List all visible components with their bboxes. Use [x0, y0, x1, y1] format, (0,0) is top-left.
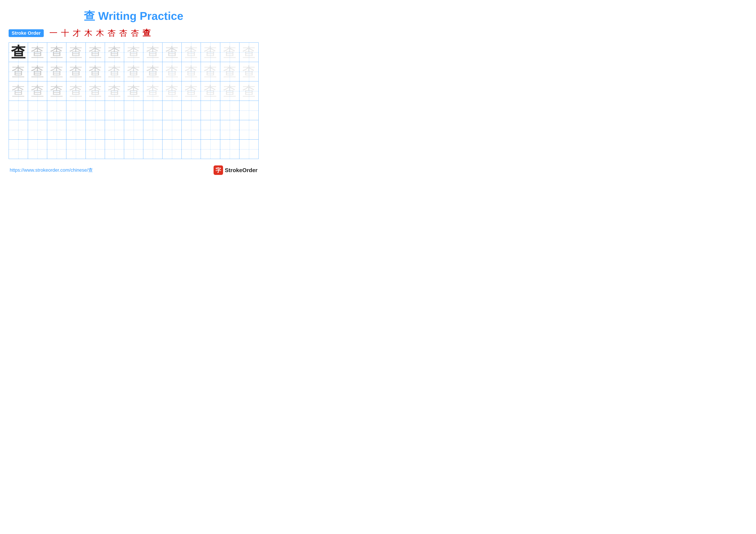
grid-cell-r4c10[interactable]	[182, 101, 201, 120]
grid-cell-r5c7[interactable]	[124, 120, 143, 140]
grid-cell-r4c2[interactable]	[28, 101, 47, 120]
grid-cell-r4c1[interactable]	[9, 101, 28, 120]
grid-cell-r5c11[interactable]	[201, 120, 220, 140]
grid-cell-r5c2[interactable]	[28, 120, 47, 140]
grid-row-1: 查 查 查 查 查 查 查 查 查 查 查 查 查	[9, 43, 258, 62]
grid-cell-r2c1: 查	[9, 62, 28, 81]
grid-cell-r2c11: 查	[201, 62, 220, 81]
grid-cell-r6c2[interactable]	[28, 140, 47, 159]
stroke-order-row: Stroke Order 一 十 才 木 木 杏 杏 杏 查	[9, 28, 258, 38]
grid-cell-r4c5[interactable]	[86, 101, 105, 120]
grid-cell-r5c12[interactable]	[220, 120, 239, 140]
grid-cell-r5c1[interactable]	[9, 120, 28, 140]
grid-cell-r2c3: 查	[47, 62, 67, 81]
grid-cell-r3c10: 查	[182, 81, 201, 101]
grid-cell-r1c12: 查	[220, 43, 239, 62]
stroke-char-7: 杏	[119, 28, 127, 38]
grid-row-4[interactable]	[9, 101, 258, 120]
grid-cell-r3c13: 查	[239, 81, 258, 101]
grid-cell-r6c7[interactable]	[124, 140, 143, 159]
grid-row-2: 查 查 查 查 查 查 查 查 查 查 查 查 查	[9, 62, 258, 81]
grid-cell-r3c7: 查	[124, 81, 143, 101]
grid-row-5[interactable]	[9, 120, 258, 140]
stroke-char-9: 查	[143, 28, 150, 38]
grid-cell-r6c13[interactable]	[239, 140, 258, 159]
grid-cell-r4c3[interactable]	[47, 101, 67, 120]
grid-cell-r5c3[interactable]	[47, 120, 67, 140]
grid-cell-r4c11[interactable]	[201, 101, 220, 120]
grid-cell-r5c10[interactable]	[182, 120, 201, 140]
grid-cell-r6c6[interactable]	[105, 140, 124, 159]
grid-cell-r1c1: 查	[9, 43, 28, 62]
grid-cell-r3c9: 查	[162, 81, 182, 101]
stroke-char-4: 木	[84, 28, 93, 38]
grid-cell-r3c2: 查	[28, 81, 47, 101]
grid-cell-r6c5[interactable]	[86, 140, 105, 159]
grid-cell-r1c13: 查	[239, 43, 258, 62]
grid-cell-r6c11[interactable]	[201, 140, 220, 159]
grid-cell-r6c9[interactable]	[162, 140, 182, 159]
grid-cell-r2c4: 查	[67, 62, 86, 81]
stroke-char-1: 一	[49, 28, 58, 38]
footer-logo: 字 StrokeOrder	[214, 165, 257, 175]
grid-cell-r5c9[interactable]	[162, 120, 182, 140]
grid-cell-r2c2: 查	[28, 62, 47, 81]
grid-cell-r3c5: 查	[86, 81, 105, 101]
stroke-char-5: 木	[96, 28, 104, 38]
grid-cell-r1c7: 查	[124, 43, 143, 62]
footer-url[interactable]: https://www.strokeorder.com/chinese/查	[10, 167, 93, 173]
grid-cell-r4c12[interactable]	[220, 101, 239, 120]
grid-cell-r3c8: 查	[143, 81, 162, 101]
grid-cell-r4c13[interactable]	[239, 101, 258, 120]
page-title: 查 Writing Practice	[9, 9, 258, 24]
stroke-char-6: 杏	[108, 28, 116, 38]
grid-row-3: 查 查 查 查 查 查 查 查 查 查 查 查 查	[9, 81, 258, 101]
grid-cell-r3c6: 查	[105, 81, 124, 101]
grid-cell-r2c13: 查	[239, 62, 258, 81]
stroke-char-8: 杏	[131, 28, 139, 38]
grid-cell-r2c8: 查	[143, 62, 162, 81]
grid-cell-r1c11: 查	[201, 43, 220, 62]
grid-cell-r2c9: 查	[162, 62, 182, 81]
grid-cell-r2c6: 查	[105, 62, 124, 81]
grid-cell-r4c9[interactable]	[162, 101, 182, 120]
grid-cell-r1c10: 查	[182, 43, 201, 62]
grid-cell-r5c5[interactable]	[86, 120, 105, 140]
grid-cell-r3c3: 查	[47, 81, 67, 101]
grid-cell-r6c10[interactable]	[182, 140, 201, 159]
grid-cell-r6c8[interactable]	[143, 140, 162, 159]
grid-cell-r2c5: 查	[86, 62, 105, 81]
stroke-sequence: 一 十 才 木 木 杏 杏 杏 查	[48, 28, 152, 38]
grid-cell-r1c9: 查	[162, 43, 182, 62]
grid-cell-r1c8: 查	[143, 43, 162, 62]
grid-cell-r5c13[interactable]	[239, 120, 258, 140]
grid-cell-r4c4[interactable]	[67, 101, 86, 120]
grid-cell-r3c11: 查	[201, 81, 220, 101]
grid-row-6[interactable]	[9, 140, 258, 159]
grid-cell-r3c1: 查	[9, 81, 28, 101]
grid-cell-r5c8[interactable]	[143, 120, 162, 140]
writing-grid: 查 查 查 查 查 查 查 查 查 查 查 查 查 查 查 查 查 查 查 查 …	[9, 42, 258, 159]
footer-logo-text: StrokeOrder	[225, 167, 257, 174]
grid-cell-r1c5: 查	[86, 43, 105, 62]
grid-cell-r1c4: 查	[67, 43, 86, 62]
grid-cell-r3c12: 查	[220, 81, 239, 101]
grid-cell-r1c6: 查	[105, 43, 124, 62]
grid-cell-r5c6[interactable]	[105, 120, 124, 140]
grid-cell-r6c4[interactable]	[67, 140, 86, 159]
grid-cell-r6c3[interactable]	[47, 140, 67, 159]
grid-cell-r4c6[interactable]	[105, 101, 124, 120]
stroke-char-2: 十	[61, 28, 69, 38]
footer: https://www.strokeorder.com/chinese/查 字 …	[9, 165, 258, 175]
grid-cell-r2c7: 查	[124, 62, 143, 81]
grid-cell-r6c1[interactable]	[9, 140, 28, 159]
grid-cell-r4c8[interactable]	[143, 101, 162, 120]
grid-cell-r5c4[interactable]	[67, 120, 86, 140]
grid-cell-r2c10: 查	[182, 62, 201, 81]
grid-cell-r6c12[interactable]	[220, 140, 239, 159]
grid-cell-r3c4: 查	[67, 81, 86, 101]
grid-cell-r2c12: 查	[220, 62, 239, 81]
grid-cell-r4c7[interactable]	[124, 101, 143, 120]
strokeorder-logo-icon: 字	[214, 165, 223, 175]
stroke-order-badge: Stroke Order	[9, 29, 44, 37]
